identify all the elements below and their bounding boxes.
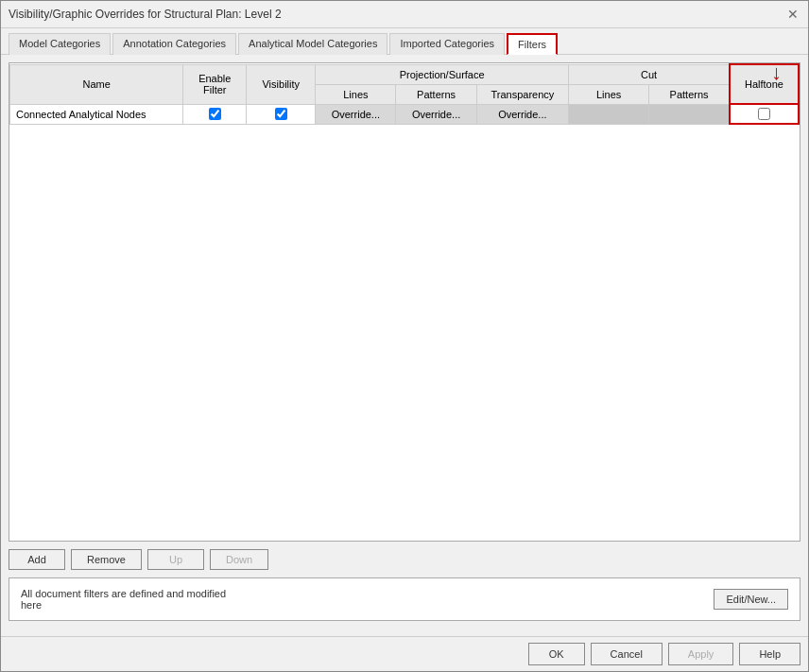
col-name-header: Name <box>10 64 183 104</box>
remove-button[interactable]: Remove <box>71 549 142 570</box>
tab-annotation-categories[interactable]: Annotation Categories <box>112 33 236 55</box>
col-lines-header: Lines <box>316 84 396 104</box>
cancel-button[interactable]: Cancel <box>591 643 663 665</box>
row-transparency-override[interactable]: Override... <box>476 104 568 124</box>
row-action-buttons: Add Remove Up Down <box>9 549 800 570</box>
col-projection-header: Projection/Surface <box>316 64 569 84</box>
row-halftone <box>730 104 799 124</box>
col-transparency-header: Transparency <box>476 84 568 104</box>
filter-info-text: All document filters are defined and mod… <box>21 588 229 611</box>
tab-analytical-model-categories[interactable]: Analytical Model Categories <box>238 33 387 55</box>
col-halftone-header: Halftone <box>730 64 799 104</box>
enable-filter-checkbox[interactable] <box>209 108 221 120</box>
tab-model-categories[interactable]: Model Categories <box>9 33 111 55</box>
row-cut-patterns <box>649 104 730 124</box>
filter-info-box: All document filters are defined and mod… <box>9 577 800 621</box>
halftone-checkbox[interactable] <box>758 108 770 120</box>
add-button[interactable]: Add <box>9 549 65 570</box>
help-button[interactable]: Help <box>739 643 800 665</box>
close-button[interactable]: ✕ <box>785 7 800 22</box>
col-patterns-header: Patterns <box>396 84 476 104</box>
window-title: Visibility/Graphic Overrides for Structu… <box>9 8 282 21</box>
tab-imported-categories[interactable]: Imported Categories <box>389 33 505 55</box>
table-row: Connected Analytical Nodes <box>10 104 800 124</box>
footer-buttons: OK Cancel Apply Help <box>1 636 808 671</box>
row-lines-override[interactable]: Override... <box>316 104 396 124</box>
apply-button[interactable]: Apply <box>668 643 734 665</box>
down-button[interactable]: Down <box>210 549 268 570</box>
edit-new-button[interactable]: Edit/New... <box>714 589 788 610</box>
ok-button[interactable]: OK <box>528 643 585 665</box>
title-bar: Visibility/Graphic Overrides for Structu… <box>1 1 808 28</box>
row-cut-lines <box>569 104 649 124</box>
filters-table-container: Name EnableFilter Visibility Projection/… <box>9 62 800 542</box>
col-enable-header: EnableFilter <box>183 64 247 104</box>
row-enable-filter <box>183 104 247 124</box>
content-area: ↓ Name EnableFilter Visibility Projectio… <box>1 55 808 636</box>
up-button[interactable]: Up <box>147 549 204 570</box>
row-patterns-override[interactable]: Override... <box>396 104 476 124</box>
col-cut-header: Cut <box>569 64 730 84</box>
col-cut-lines-header: Lines <box>569 84 649 104</box>
col-cut-patterns-header: Patterns <box>649 84 730 104</box>
visibility-checkbox[interactable] <box>275 108 287 120</box>
row-name: Connected Analytical Nodes <box>10 104 183 124</box>
row-visibility <box>247 104 316 124</box>
tab-filters[interactable]: Filters <box>507 33 558 55</box>
filters-table: Name EnableFilter Visibility Projection/… <box>9 63 800 125</box>
tab-bar: Model Categories Annotation Categories A… <box>1 28 808 55</box>
col-visibility-header: Visibility <box>247 64 316 104</box>
main-window: Visibility/Graphic Overrides for Structu… <box>0 0 809 672</box>
